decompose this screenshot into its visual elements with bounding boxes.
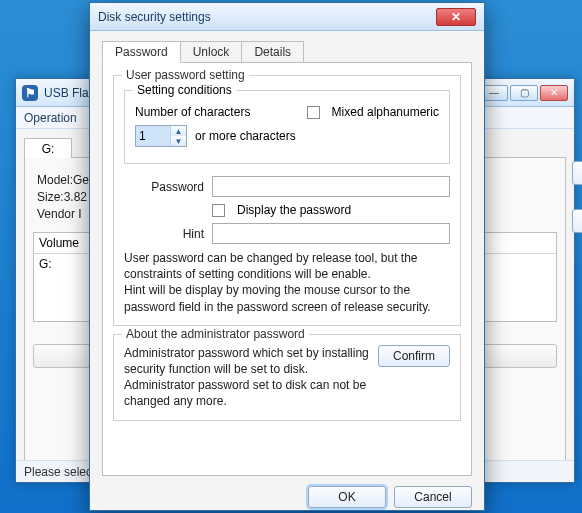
user-password-note: User password can be changed by release …: [124, 250, 450, 315]
display-password-label: Display the password: [237, 203, 351, 217]
tab-unlock[interactable]: Unlock: [180, 41, 243, 63]
admin-note: Administrator password which set by inst…: [124, 345, 370, 410]
update-button[interactable]: Update: [572, 209, 582, 233]
menu-operation[interactable]: Operation: [24, 111, 77, 125]
dialog-titlebar: Disk security settings ✕: [90, 3, 484, 31]
dialog-title: Disk security settings: [98, 10, 436, 24]
or-more-label: or more characters: [195, 129, 296, 143]
dialog-body: Password Unlock Details User password se…: [90, 31, 484, 510]
mixed-checkbox[interactable]: [307, 106, 320, 119]
password-input[interactable]: [212, 176, 450, 197]
setting-conditions-legend: Setting conditions: [133, 83, 236, 97]
admin-legend: About the administrator password: [122, 327, 309, 341]
exit-button[interactable]: Exit: [572, 161, 582, 185]
dialog-actions: OK Cancel: [102, 486, 472, 508]
close-icon[interactable]: ✕: [436, 8, 476, 26]
setting-conditions-group: Setting conditions Number of characters …: [124, 90, 450, 164]
tab-panel: User password setting Setting conditions…: [102, 62, 472, 476]
num-chars-label: Number of characters: [135, 105, 250, 119]
cancel-button[interactable]: Cancel: [394, 486, 472, 508]
tabstrip: Password Unlock Details: [102, 41, 472, 63]
admin-password-group: About the administrator password Adminis…: [113, 334, 461, 421]
password-label: Password: [124, 180, 204, 194]
tab-password[interactable]: Password: [102, 41, 181, 63]
display-password-checkbox[interactable]: [212, 204, 225, 217]
hint-input[interactable]: [212, 223, 450, 244]
close-button[interactable]: ✕: [540, 85, 568, 101]
user-password-group: User password setting Setting conditions…: [113, 75, 461, 326]
maximize-button[interactable]: ▢: [510, 85, 538, 101]
user-password-legend: User password setting: [122, 68, 249, 82]
drive-tab[interactable]: G:: [24, 138, 72, 158]
ok-button[interactable]: OK: [308, 486, 386, 508]
num-chars-input[interactable]: [136, 126, 170, 146]
spin-up-icon[interactable]: ▲: [171, 126, 186, 136]
tab-details[interactable]: Details: [241, 41, 304, 63]
num-chars-spinner[interactable]: ▲ ▼: [135, 125, 187, 147]
spin-down-icon[interactable]: ▼: [171, 136, 186, 146]
disk-security-dialog: Disk security settings ✕ Password Unlock…: [89, 2, 485, 511]
hint-label: Hint: [124, 227, 204, 241]
app-icon: ⚑: [22, 85, 38, 101]
confirm-button[interactable]: Confirm: [378, 345, 450, 367]
mixed-label: Mixed alphanumeric: [332, 105, 439, 119]
window-controls: — ▢ ✕: [480, 85, 568, 101]
